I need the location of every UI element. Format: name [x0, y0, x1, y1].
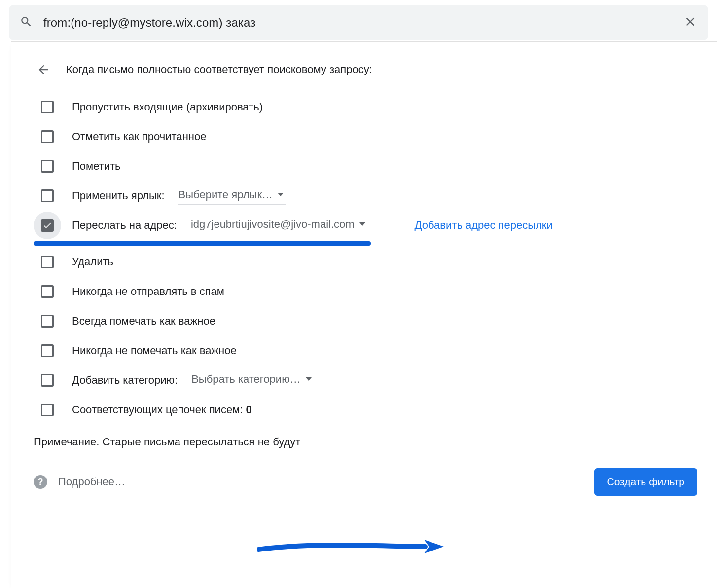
search-bar: from:(no-reply@mystore.wix.com) заказ	[9, 5, 708, 40]
option-label: Добавить категорию:	[72, 374, 178, 387]
checkbox-never-spam[interactable]	[41, 285, 54, 298]
option-label: Соответствующих цепочек писем: 0	[72, 404, 252, 416]
checkbox-apply-label[interactable]	[41, 189, 54, 202]
checkbox-always-important[interactable]	[41, 315, 54, 328]
option-star[interactable]: Пометить	[34, 151, 697, 181]
learn-more-link[interactable]: Подробнее…	[58, 476, 125, 488]
option-forward[interactable]: Переслать на адрес: idg7jeubrtiujivosite…	[34, 211, 697, 240]
add-forwarding-address-link[interactable]: Добавить адрес пересылки	[415, 219, 553, 232]
option-apply-to-threads[interactable]: Соответствующих цепочек писем: 0	[34, 395, 697, 425]
create-filter-button[interactable]: Создать фильтр	[594, 468, 698, 496]
category-dropdown[interactable]: Выбрать категорию…	[190, 372, 313, 389]
checkbox-apply-to-threads[interactable]	[41, 404, 54, 416]
checkbox-mark-read[interactable]	[41, 130, 54, 143]
option-label: Всегда помечать как важное	[72, 315, 215, 328]
checkbox-never-important[interactable]	[41, 344, 54, 357]
option-always-important[interactable]: Всегда помечать как важное	[34, 306, 697, 336]
filter-actions-panel: Когда письмо полностью соответствует пои…	[11, 41, 717, 588]
option-label: Удалить	[72, 256, 113, 268]
dropdown-value: idg7jeubrtiujivosite@jivo-mail.com	[191, 218, 355, 231]
label-dropdown[interactable]: Выберите ярлык…	[178, 187, 286, 205]
checkbox-forward[interactable]	[41, 219, 54, 232]
option-label: Отметить как прочитанное	[72, 130, 206, 143]
annotation-arrow	[257, 538, 445, 555]
search-input[interactable]: from:(no-reply@mystore.wix.com) заказ	[43, 16, 673, 30]
option-categorize[interactable]: Добавить категорию: Выбрать категорию…	[34, 366, 697, 395]
option-label: Никогда не отправлять в спам	[72, 285, 224, 298]
matching-threads-count: 0	[246, 404, 251, 416]
forward-address-dropdown[interactable]: idg7jeubrtiujivosite@jivo-mail.com	[190, 217, 367, 234]
checkbox-categorize[interactable]	[41, 374, 54, 387]
option-label: Применить ярлык:	[72, 189, 165, 202]
help-icon[interactable]: ?	[34, 475, 47, 489]
option-never-important[interactable]: Никогда не помечать как важное	[34, 336, 697, 366]
note-text: Примечание. Старые письма пересылаться н…	[34, 436, 697, 448]
option-never-spam[interactable]: Никогда не отправлять в спам	[34, 277, 697, 306]
dropdown-value: Выберите ярлык…	[179, 188, 273, 201]
dropdown-value: Выбрать категорию…	[191, 373, 300, 386]
search-icon	[20, 15, 33, 31]
option-label: Переслать на адрес:	[72, 219, 177, 232]
clear-search-icon[interactable]	[683, 15, 697, 31]
chevron-down-icon	[359, 222, 365, 226]
checkbox-star[interactable]	[41, 160, 54, 173]
chevron-down-icon	[306, 377, 312, 381]
checkbox-skip-inbox[interactable]	[41, 101, 54, 113]
option-label: Пометить	[72, 160, 121, 173]
panel-title: Когда письмо полностью соответствует пои…	[66, 63, 372, 76]
option-skip-inbox[interactable]: Пропустить входящие (архивировать)	[34, 92, 697, 122]
option-label: Пропустить входящие (архивировать)	[72, 101, 263, 113]
option-delete[interactable]: Удалить	[34, 247, 697, 277]
checkbox-delete[interactable]	[41, 256, 54, 268]
chevron-down-icon	[278, 193, 284, 196]
annotation-underline	[34, 241, 371, 246]
option-label: Никогда не помечать как важное	[72, 344, 237, 357]
back-button[interactable]	[34, 60, 53, 79]
option-apply-label[interactable]: Применить ярлык: Выберите ярлык…	[34, 181, 697, 211]
option-mark-read[interactable]: Отметить как прочитанное	[34, 122, 697, 151]
